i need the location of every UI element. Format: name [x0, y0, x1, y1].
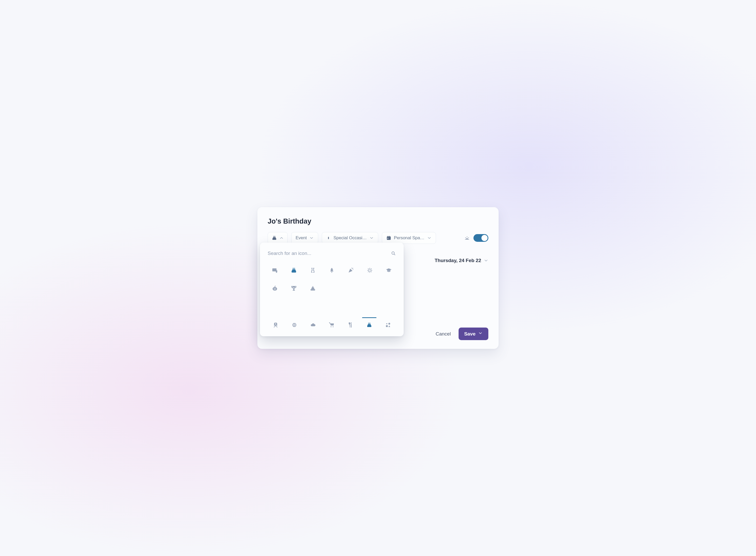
search-icon	[391, 251, 396, 256]
category-label: Special Occasi…	[333, 235, 366, 241]
date-label: Thursday, 24 Feb 22	[435, 258, 481, 264]
champagne-glasses-icon[interactable]	[304, 262, 322, 279]
weather-tab[interactable]	[303, 318, 322, 332]
event-editor-card: Jo's Birthday Event Special Occasi… Pers…	[257, 207, 499, 349]
event-type-select[interactable]: Event	[291, 232, 318, 244]
tag-icon	[326, 236, 331, 240]
category-select[interactable]: Special Occasi…	[322, 232, 378, 244]
event-type-label: Event	[296, 235, 307, 241]
sunrise-icon	[464, 235, 470, 241]
icon-chip-button[interactable]	[268, 232, 288, 244]
chevron-up-icon	[279, 236, 284, 240]
calendar-icon	[386, 235, 391, 241]
icon-search-row	[266, 248, 397, 259]
chevron-down-icon	[478, 331, 483, 337]
shopping-tab[interactable]	[322, 318, 341, 332]
chevron-down-icon	[369, 236, 374, 240]
wedding-cake-icon[interactable]	[304, 280, 322, 297]
save-button[interactable]: Save	[459, 327, 488, 340]
sports-tab[interactable]	[285, 318, 303, 332]
icon-grid	[266, 262, 397, 313]
pumpkin-icon[interactable]	[266, 280, 284, 297]
graduation-cap-icon[interactable]	[380, 262, 397, 279]
save-label: Save	[464, 331, 475, 337]
space-label: Personal Spa…	[394, 235, 425, 241]
date-select[interactable]: Thursday, 24 Feb 22	[435, 258, 488, 264]
trophy-icon[interactable]	[285, 280, 302, 297]
party-popper-icon[interactable]	[342, 262, 360, 279]
icon-picker-popover	[260, 243, 404, 336]
event-toolbar: Event Special Occasi… Personal Spa…	[268, 232, 488, 244]
transport-tab[interactable]	[266, 318, 285, 332]
all-day-toggle[interactable]	[473, 234, 488, 242]
certificate-icon[interactable]	[266, 262, 284, 279]
chevron-down-icon	[427, 236, 432, 240]
cancel-button[interactable]: Cancel	[435, 331, 451, 337]
celebrate-tab[interactable]	[360, 318, 379, 332]
food-tab[interactable]	[341, 318, 360, 332]
icon-search-input[interactable]	[268, 250, 388, 256]
event-title: Jo's Birthday	[268, 217, 488, 225]
fireworks-icon[interactable]	[361, 262, 379, 279]
chevron-down-icon	[484, 258, 488, 263]
chevron-down-icon	[309, 236, 314, 240]
birthday-cake-icon[interactable]	[285, 262, 302, 279]
icon-category-tabs	[266, 316, 397, 336]
christmas-tree-icon[interactable]	[323, 262, 340, 279]
shapes-tab[interactable]	[379, 318, 397, 332]
birthday-cake-icon	[272, 235, 277, 241]
space-select[interactable]: Personal Spa…	[382, 232, 436, 244]
